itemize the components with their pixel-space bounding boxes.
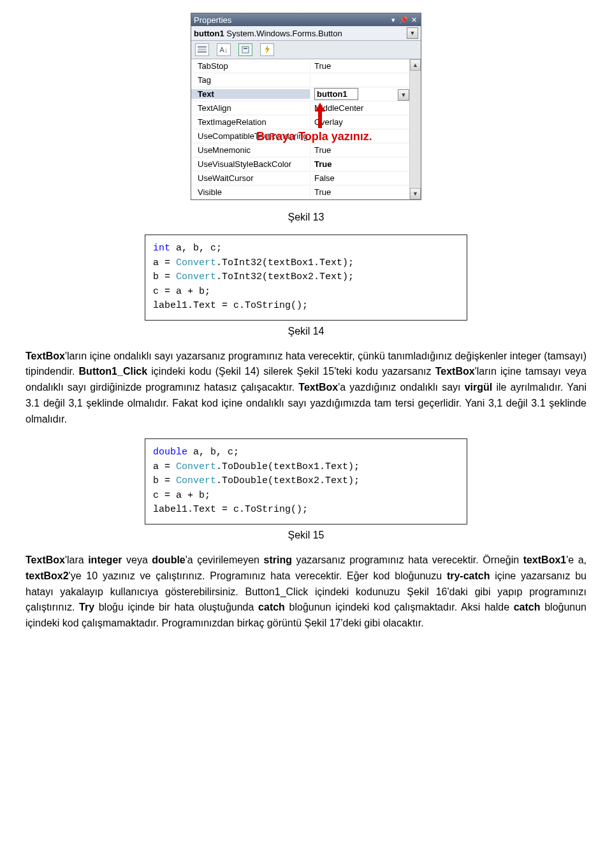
- text-bold: catch: [258, 602, 285, 612]
- property-row[interactable]: TextAlign MiddleCenter: [191, 101, 421, 115]
- property-value[interactable]: True: [310, 61, 421, 71]
- property-value[interactable]: MiddleCenter: [310, 103, 421, 113]
- svg-rect-2: [198, 51, 207, 53]
- property-value-text[interactable]: button1: [314, 88, 358, 100]
- properties-panel: Properties ▾ 📌 ✕ button1 System.Windows.…: [191, 13, 421, 200]
- property-name: UseWaitCursor: [191, 173, 310, 183]
- property-name: UseCompatibleTextRendering: [191, 131, 310, 141]
- property-name: UseMnemonic: [191, 145, 310, 155]
- property-value[interactable]: True: [310, 145, 421, 155]
- property-row[interactable]: Tag: [191, 73, 421, 87]
- object-name: button1: [194, 29, 224, 38]
- text-bold: TextBox: [435, 366, 475, 377]
- property-name: TextImageRelation: [191, 117, 310, 127]
- property-row[interactable]: Visible True: [191, 185, 421, 199]
- code-token: double: [153, 447, 187, 458]
- object-selector[interactable]: button1 System.Windows.Forms.Button ▼: [191, 26, 421, 41]
- property-name: Visible: [191, 187, 310, 197]
- text-bold: TextBox: [26, 554, 65, 565]
- property-name: UseVisualStyleBackColor: [191, 159, 310, 169]
- property-row[interactable]: TextImageRelation Overlay: [191, 115, 421, 129]
- text-bold: try-catch: [447, 570, 490, 581]
- property-name: Tag: [191, 75, 310, 85]
- text-bold: catch: [514, 602, 541, 612]
- code-token: a =: [153, 257, 176, 268]
- properties-grid: TabStop True Tag Text button1 ▼ TextAlig…: [191, 59, 421, 199]
- events-icon[interactable]: [260, 43, 274, 56]
- code-token: .ToDouble(textBox2.Text);: [216, 475, 360, 486]
- text: bloğu içinde bir hata oluştuğunda: [94, 602, 258, 612]
- scrollbar[interactable]: ▲ ▼: [409, 59, 421, 199]
- property-value[interactable]: button1 ▼: [310, 88, 421, 100]
- dropdown-icon[interactable]: ▼: [407, 27, 418, 39]
- text: 'e a,: [566, 554, 586, 565]
- code-token: a, b, c;: [187, 447, 239, 458]
- figure-caption-14: Şekil 14: [26, 326, 586, 337]
- text: 'lara: [65, 554, 88, 565]
- scroll-up-icon[interactable]: ▲: [410, 59, 421, 71]
- text-bold: TextBox: [298, 382, 338, 393]
- svg-rect-3: [242, 47, 249, 53]
- code-block-1: int a, b, c; a = Convert.ToInt32(textBox…: [145, 235, 467, 321]
- code-token: b =: [153, 475, 176, 486]
- text-bold: textBox1: [523, 554, 567, 565]
- paragraph-1: TextBox'ların içine ondalıklı sayı yazar…: [26, 349, 586, 428]
- autohide-icon[interactable]: ▾: [389, 16, 398, 24]
- text-bold: Try: [79, 602, 94, 612]
- property-value[interactable]: True: [310, 159, 421, 169]
- dropdown-icon[interactable]: ▼: [398, 89, 409, 101]
- text-bold: Button1_Click: [79, 366, 148, 377]
- code-token: a, b, c;: [170, 243, 222, 254]
- close-icon[interactable]: ✕: [409, 16, 418, 24]
- properties-toolbar: A↓: [191, 41, 421, 59]
- code-token: .ToDouble(textBox1.Text);: [216, 461, 360, 472]
- text: 'a yazdığınız ondalıklı sayı: [338, 382, 464, 393]
- text: yazarsanız programınız hata verecektir. …: [292, 554, 523, 565]
- text-bold: textBox2: [26, 570, 69, 581]
- code-token: .ToInt32(textBox2.Text);: [216, 271, 354, 282]
- property-value[interactable]: True: [310, 187, 421, 197]
- code-token: Convert: [176, 475, 216, 486]
- code-token: .ToInt32(textBox1.Text);: [216, 257, 354, 268]
- code-token: b =: [153, 271, 176, 282]
- svg-rect-1: [198, 48, 207, 50]
- property-row[interactable]: TabStop True: [191, 59, 421, 73]
- code-token: label1.Text = c.ToString();: [153, 300, 308, 311]
- property-value[interactable]: False: [310, 173, 421, 183]
- object-type: System.Windows.Forms.Button: [226, 29, 342, 38]
- text-bold: virgül: [465, 382, 493, 393]
- alphabetical-icon[interactable]: A↓: [217, 43, 231, 56]
- property-row[interactable]: UseCompatibleTextRendering: [191, 129, 421, 143]
- figure-caption-13: Şekil 13: [26, 212, 586, 223]
- property-name: TabStop: [191, 61, 310, 71]
- code-token: a =: [153, 461, 176, 472]
- svg-rect-4: [244, 48, 247, 49]
- scroll-down-icon[interactable]: ▼: [410, 188, 421, 199]
- svg-rect-0: [198, 46, 207, 48]
- code-token: c = a + b;: [153, 490, 210, 501]
- code-token: c = a + b;: [153, 286, 210, 297]
- text: 'ye 10 yazınız ve çalıştırınız. Programı…: [69, 570, 447, 581]
- text-bold: integer: [88, 554, 122, 565]
- property-row[interactable]: UseVisualStyleBackColor True: [191, 157, 421, 171]
- code-token: Convert: [176, 461, 216, 472]
- code-token: Convert: [176, 271, 216, 282]
- text-bold: string: [264, 554, 292, 565]
- code-block-2: double a, b, c; a = Convert.ToDouble(tex…: [145, 438, 467, 524]
- property-row-text[interactable]: Text button1 ▼: [191, 87, 421, 101]
- property-row[interactable]: UseMnemonic True: [191, 143, 421, 157]
- property-name: Text: [191, 89, 310, 99]
- categorized-icon[interactable]: [195, 43, 209, 56]
- text-bold: double: [152, 554, 185, 565]
- text: veya: [122, 554, 152, 565]
- code-token: Convert: [176, 257, 216, 268]
- properties-icon[interactable]: [238, 43, 252, 56]
- property-row[interactable]: UseWaitCursor False: [191, 171, 421, 185]
- pin-icon[interactable]: 📌: [399, 16, 408, 24]
- text: bloğunun içindeki kod çalışmaktadır. Aks…: [285, 602, 514, 612]
- property-value[interactable]: Overlay: [310, 117, 421, 127]
- svg-marker-5: [265, 45, 270, 54]
- code-token: int: [153, 243, 170, 254]
- code-token: label1.Text = c.ToString();: [153, 504, 308, 515]
- panel-titlebar: Properties ▾ 📌 ✕: [191, 13, 421, 26]
